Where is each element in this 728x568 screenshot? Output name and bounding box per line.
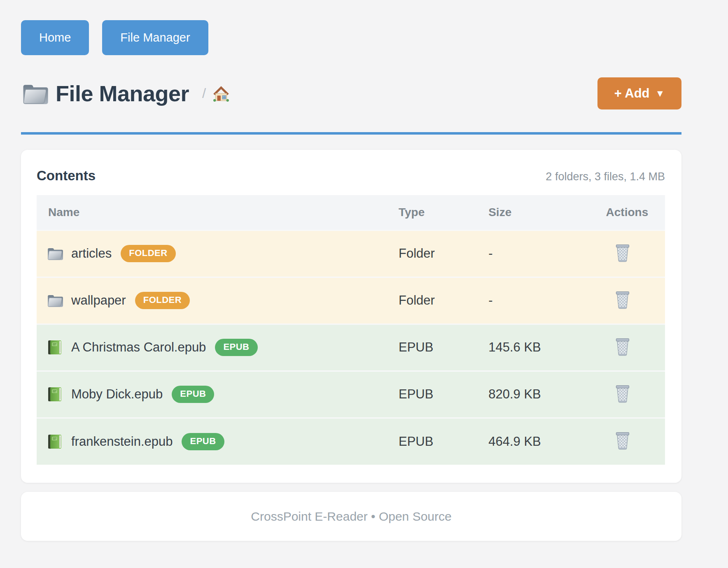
contents-card: Contents 2 folders, 3 files, 1.4 MB Name… [21, 150, 681, 483]
trash-icon [614, 243, 631, 263]
column-header-name: Name [37, 195, 399, 230]
book-icon [47, 434, 63, 449]
contents-heading: Contents [37, 168, 546, 184]
breadcrumb-home-link[interactable] [212, 85, 230, 102]
type-cell: EPUB [399, 418, 488, 465]
name-cell: articles FOLDER [37, 230, 399, 277]
delete-button[interactable] [614, 243, 631, 263]
trash-icon [614, 290, 631, 310]
item-name: articles [71, 246, 112, 261]
chevron-down-icon: ▼ [656, 88, 665, 99]
folder-icon [47, 293, 63, 308]
folder-badge: FOLDER [135, 292, 190, 309]
name-cell: frankenstein.epub EPUB [37, 418, 399, 465]
epub-badge: EPUB [172, 386, 214, 403]
contents-summary: 2 folders, 3 files, 1.4 MB [546, 170, 665, 183]
actions-cell [606, 324, 665, 371]
type-cell: Folder [399, 230, 488, 277]
footer-card: CrossPoint E-Reader • Open Source [21, 492, 681, 541]
table-row-wallpaper: wallpaper FOLDER Folder - [37, 277, 665, 324]
delete-button[interactable] [614, 290, 631, 310]
title-divider [21, 132, 681, 135]
folder-badge: FOLDER [121, 245, 175, 262]
table-header-row: Name Type Size Actions [37, 195, 665, 230]
delete-button[interactable] [614, 384, 631, 403]
add-button[interactable]: + Add ▼ [597, 77, 681, 109]
item-name: wallpaper [71, 293, 126, 308]
page-header: File Manager / + Add ▼ [21, 77, 681, 109]
card-header: Contents 2 folders, 3 files, 1.4 MB [37, 168, 665, 184]
table-body: articles FOLDER Folder - [37, 230, 665, 465]
top-nav: Home File Manager [21, 0, 681, 55]
name-cell: A Christmas Carol.epub EPUB [37, 324, 399, 371]
type-cell: EPUB [399, 324, 488, 371]
breadcrumb-separator: / [202, 86, 206, 101]
epub-badge: EPUB [182, 433, 224, 450]
name-cell: wallpaper FOLDER [37, 277, 399, 324]
table-row-frankenstein: frankenstein.epub EPUB EPUB 464.9 KB [37, 418, 665, 465]
table-header: Name Type Size Actions [37, 195, 665, 230]
nav-file-manager-button[interactable]: File Manager [102, 20, 208, 55]
file-link[interactable]: Moby Dick.epub EPUB [47, 386, 399, 403]
size-cell: 464.9 KB [488, 418, 606, 465]
folder-link[interactable]: articles FOLDER [47, 245, 399, 262]
file-table: Name Type Size Actions articles FOLDER [37, 195, 665, 465]
item-name: Moby Dick.epub [71, 387, 163, 402]
delete-button[interactable] [614, 337, 631, 356]
size-cell: - [488, 230, 606, 277]
title-group: File Manager / [21, 81, 597, 106]
trash-icon [614, 431, 631, 450]
column-header-size: Size [488, 195, 606, 230]
folder-link[interactable]: wallpaper FOLDER [47, 292, 399, 309]
item-name: A Christmas Carol.epub [71, 340, 206, 355]
item-name: frankenstein.epub [71, 434, 173, 449]
nav-home-button[interactable]: Home [21, 20, 89, 55]
table-row-christmas-carol: A Christmas Carol.epub EPUB EPUB 145.6 K… [37, 324, 665, 371]
size-cell: 820.9 KB [488, 371, 606, 418]
folder-icon [21, 82, 48, 105]
page: Home File Manager File Manager / + Add ▼… [21, 0, 681, 541]
footer-text: CrossPoint E-Reader • Open Source [251, 510, 451, 524]
table-row-moby-dick: Moby Dick.epub EPUB EPUB 820.9 KB [37, 371, 665, 418]
size-cell: 145.6 KB [488, 324, 606, 371]
house-icon [212, 85, 230, 102]
trash-icon [614, 337, 631, 356]
add-button-label: + Add [614, 86, 650, 101]
book-icon [47, 340, 63, 355]
actions-cell [606, 371, 665, 418]
actions-cell [606, 277, 665, 324]
type-cell: Folder [399, 277, 488, 324]
page-title: File Manager [56, 81, 189, 106]
type-cell: EPUB [399, 371, 488, 418]
table-row-articles: articles FOLDER Folder - [37, 230, 665, 277]
delete-button[interactable] [614, 431, 631, 450]
book-icon [47, 386, 63, 402]
folder-icon [47, 246, 63, 261]
size-cell: - [488, 277, 606, 324]
epub-badge: EPUB [215, 339, 257, 356]
actions-cell [606, 418, 665, 465]
name-cell: Moby Dick.epub EPUB [37, 371, 399, 418]
column-header-type: Type [399, 195, 488, 230]
actions-cell [606, 230, 665, 277]
column-header-actions: Actions [606, 195, 665, 230]
trash-icon [614, 384, 631, 403]
file-link[interactable]: frankenstein.epub EPUB [47, 433, 399, 450]
file-link[interactable]: A Christmas Carol.epub EPUB [47, 339, 399, 356]
